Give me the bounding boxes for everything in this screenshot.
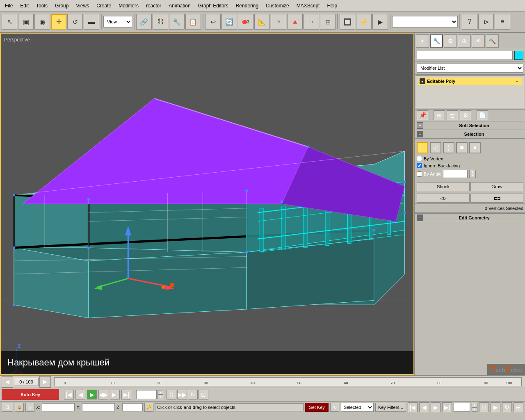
unlink-btn[interactable]: ⛓ xyxy=(153,14,168,30)
soft-selection-toggle[interactable]: + xyxy=(417,122,423,129)
delete-modifier-btn[interactable]: 🗑 xyxy=(447,110,458,120)
menu-reactor[interactable]: reactor xyxy=(143,2,164,9)
rect-select-btn[interactable]: ▣ xyxy=(18,14,34,30)
object-name-input[interactable]: Dom xyxy=(417,51,513,60)
zoom-extents-btn[interactable]: ⊞ xyxy=(514,402,523,412)
named-selections-select[interactable] xyxy=(392,16,458,27)
by-angle-checkbox[interactable] xyxy=(417,171,422,177)
play-btn[interactable]: ▶ xyxy=(87,390,97,399)
y-coord-input[interactable]: -4160.0mm xyxy=(82,403,115,411)
key-curve-btn[interactable]: ∿ xyxy=(330,403,339,412)
help-btn[interactable]: ? xyxy=(462,14,477,30)
configure-btn[interactable]: ⚙ xyxy=(460,110,471,120)
viewport[interactable]: Perspective xyxy=(0,33,414,375)
nav-icon-4[interactable]: ⊡ xyxy=(199,390,208,399)
render-anim-btn[interactable]: ⊡ xyxy=(479,402,489,412)
frame-down-btn[interactable]: ▼ xyxy=(158,395,163,399)
reference-coord-select[interactable]: View xyxy=(103,16,132,27)
prev-frame-btn[interactable]: ◀ xyxy=(2,376,13,388)
grow-button[interactable]: Grow xyxy=(470,182,523,191)
render-btn[interactable]: ▶ xyxy=(372,14,388,30)
auto-key-btn[interactable]: Auto Key xyxy=(2,389,59,400)
show-result-btn[interactable]: ⊞ xyxy=(434,110,445,120)
pin-stack-btn[interactable]: 📌 xyxy=(417,110,428,120)
rotate-tool-btn[interactable]: ↺ xyxy=(67,14,83,30)
coord-lock-btn[interactable]: 🔒 xyxy=(15,403,24,412)
current-frame-input[interactable]: 0 xyxy=(136,390,157,399)
end-nav-2[interactable]: ◀ xyxy=(419,402,429,412)
align-btn[interactable]: ⊞ xyxy=(320,14,336,30)
play-back-btn[interactable]: ◀▶ xyxy=(98,390,108,399)
material-editor-btn[interactable]: 🔲 xyxy=(340,14,355,30)
link-btn[interactable]: 🔗 xyxy=(136,14,152,30)
nav-icon-1[interactable]: ⟨⟨ xyxy=(167,390,176,399)
menu-edit[interactable]: Edit xyxy=(17,2,32,9)
edge-select-btn[interactable]: ◁ xyxy=(430,142,441,153)
go-to-start-btn[interactable]: |◀ xyxy=(64,390,74,399)
object-color-swatch[interactable] xyxy=(514,51,523,60)
panel-modify-btn[interactable]: 🔧 xyxy=(430,34,443,48)
by-angle-input[interactable]: 45.0 xyxy=(443,170,468,178)
menu-file[interactable]: File xyxy=(2,2,16,9)
layers-btn[interactable]: ≡ xyxy=(495,14,510,30)
panel-create-btn[interactable]: ✦ xyxy=(416,34,429,48)
coord-mode-btn[interactable]: ⊕ xyxy=(25,403,34,412)
spinner-snap-btn[interactable]: 🔺 xyxy=(287,14,303,30)
panel-hierarchy-btn[interactable]: ⚙ xyxy=(444,34,457,48)
select-loop-btn[interactable]: ⊏⊐ xyxy=(470,194,523,203)
select-ring-btn[interactable]: ◁▷ xyxy=(417,194,470,203)
snap-btn[interactable]: 🔄 xyxy=(221,14,237,30)
polygon-select-btn[interactable]: ■ xyxy=(456,142,468,153)
set-key-button[interactable]: Set Key xyxy=(305,403,329,412)
select-tool-btn[interactable]: ↖ xyxy=(2,14,17,30)
go-to-end-btn[interactable]: ▶| xyxy=(121,390,131,399)
end-frame-input[interactable]: 0 xyxy=(454,403,470,412)
percent-snap-btn[interactable]: % xyxy=(271,14,286,30)
panel-display-btn[interactable]: 👁 xyxy=(472,34,485,48)
edit-geometry-toggle[interactable]: − xyxy=(417,215,423,221)
modifier-list-dropdown[interactable]: Modifier List xyxy=(417,64,523,73)
panel-utils-btn[interactable]: 🔨 xyxy=(486,34,499,48)
end-nav-1[interactable]: |◀ xyxy=(408,402,418,412)
x-coord-input[interactable]: -8660.0mm xyxy=(42,403,75,411)
panel-motion-btn[interactable]: ⊕ xyxy=(458,34,471,48)
make-unique-btn[interactable]: 📄 xyxy=(477,110,488,120)
menu-create[interactable]: Create xyxy=(93,2,114,9)
angle-snap-btn[interactable]: 📐 xyxy=(254,14,270,30)
nav-icon-3[interactable]: ↻ xyxy=(188,390,198,399)
menu-views[interactable]: Views xyxy=(73,2,92,9)
menu-group[interactable]: Group xyxy=(52,2,72,9)
menu-graph-editors[interactable]: Graph Editors xyxy=(195,2,232,9)
end-frame-up[interactable]: ▲ xyxy=(472,403,477,407)
border-select-btn[interactable]: ) xyxy=(443,142,454,153)
end-nav-3[interactable]: ▶ xyxy=(431,402,441,412)
by-vertex-checkbox[interactable] xyxy=(417,156,422,161)
selection-toggle[interactable]: − xyxy=(417,131,423,137)
move-tool-btn[interactable]: ✛ xyxy=(51,14,66,30)
snap2d-btn[interactable]: 🔴3 xyxy=(238,14,253,30)
next-frame-btn[interactable]: ▶ xyxy=(39,376,51,388)
menu-help[interactable]: Help xyxy=(324,2,340,9)
z-coord-input[interactable] xyxy=(122,403,143,411)
circle-select-btn[interactable]: ◉ xyxy=(34,14,50,30)
menu-animation[interactable]: Animation xyxy=(165,2,194,9)
selected-dropdown[interactable]: Selected xyxy=(341,403,374,412)
menu-tools[interactable]: Tools xyxy=(33,2,51,9)
next-frame-play-btn[interactable]: ▶| xyxy=(110,390,120,399)
end-nav-4[interactable]: ▶| xyxy=(442,402,452,412)
shrink-button[interactable]: Shrink xyxy=(417,182,470,191)
ignore-backfacing-checkbox[interactable] xyxy=(417,163,422,168)
undo-btn[interactable]: ↩ xyxy=(205,14,221,30)
element-select-btn[interactable]: ● xyxy=(469,142,481,153)
fly-out-btn[interactable]: ⊳ xyxy=(478,14,494,30)
menu-customize[interactable]: Customize xyxy=(262,2,292,9)
mirror-btn[interactable]: ↔ xyxy=(304,14,319,30)
key-icon-btn[interactable]: 🔑 xyxy=(144,403,153,412)
scale-tool-btn[interactable]: ▬ xyxy=(84,14,99,30)
key-filters-btn[interactable]: Key Filters... xyxy=(375,403,406,412)
menu-modifiers[interactable]: Modifiers xyxy=(115,2,142,9)
loop-btn[interactable]: ↻ xyxy=(502,402,512,412)
prev-frame-play-btn[interactable]: ◀ xyxy=(75,390,85,399)
menu-maxscript[interactable]: MAXScript xyxy=(293,2,323,9)
render-scene-btn[interactable]: ⚡ xyxy=(356,14,372,30)
